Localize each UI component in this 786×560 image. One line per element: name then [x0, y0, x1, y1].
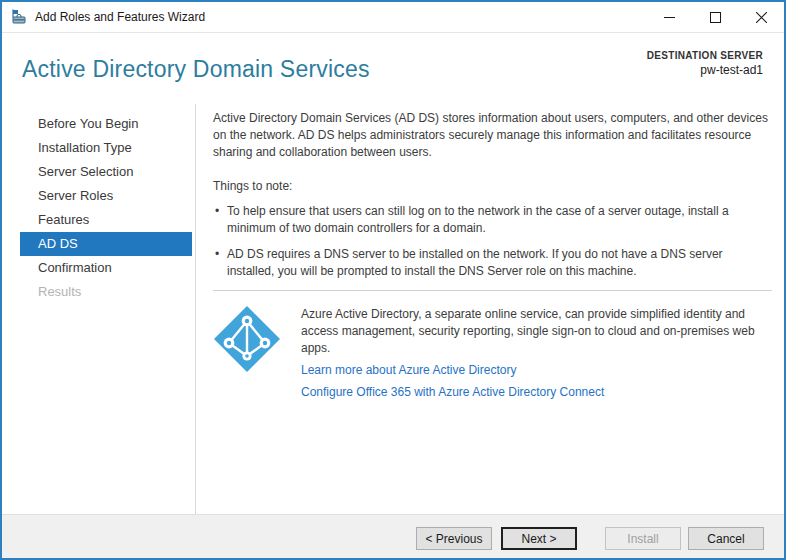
cancel-button[interactable]: Cancel: [688, 527, 764, 550]
server-manager-icon: [11, 9, 27, 25]
sidebar-item-confirmation[interactable]: Confirmation: [20, 256, 192, 280]
wizard-header: Active Directory Domain Services DESTINA…: [2, 34, 784, 102]
sidebar-item-server-selection[interactable]: Server Selection: [20, 160, 192, 184]
sidebar-content-divider: [195, 104, 196, 514]
maximize-icon[interactable]: [692, 2, 738, 33]
azure-ad-section: Azure Active Directory, a separate onlin…: [213, 305, 772, 406]
destination-server-label: DESTINATION SERVER: [647, 50, 763, 61]
intro-paragraph: Active Directory Domain Services (AD DS)…: [213, 110, 772, 161]
page-title: Active Directory Domain Services: [22, 56, 370, 83]
note-text: AD DS requires a DNS server to be instal…: [227, 246, 772, 280]
sidebar-item-server-roles[interactable]: Server Roles: [20, 184, 192, 208]
window-title: Add Roles and Features Wizard: [35, 2, 205, 33]
section-divider: [213, 290, 772, 291]
next-button[interactable]: Next >: [501, 527, 577, 550]
install-button[interactable]: Install: [605, 527, 681, 550]
wizard-page-content: Active Directory Domain Services (AD DS)…: [213, 110, 772, 406]
minimize-icon[interactable]: [646, 2, 692, 33]
list-item: • AD DS requires a DNS server to be inst…: [213, 246, 772, 280]
link-configure-office365-aad-connect[interactable]: Configure Office 365 with Azure Active D…: [301, 384, 604, 401]
wizard-window: Add Roles and Features Wizard Active Dir…: [0, 0, 786, 560]
link-learn-more-azure-ad[interactable]: Learn more about Azure Active Directory: [301, 362, 516, 379]
wizard-steps-nav: Before You Begin Installation Type Serve…: [20, 112, 192, 304]
previous-button[interactable]: < Previous: [416, 527, 492, 550]
sidebar-item-installation-type[interactable]: Installation Type: [20, 136, 192, 160]
list-item: • To help ensure that users can still lo…: [213, 203, 772, 237]
note-text: To help ensure that users can still log …: [227, 203, 772, 237]
close-icon[interactable]: [738, 2, 784, 33]
titlebar: Add Roles and Features Wizard: [2, 2, 784, 33]
azure-ad-text: Azure Active Directory, a separate onlin…: [301, 305, 772, 406]
sidebar-item-before-you-begin[interactable]: Before You Begin: [20, 112, 192, 136]
destination-server-block: DESTINATION SERVER pw-test-ad1: [647, 50, 763, 77]
notes-list: • To help ensure that users can still lo…: [213, 203, 772, 280]
wizard-footer: < Previous Next > Install Cancel: [2, 514, 784, 558]
caption-buttons: [646, 2, 784, 33]
things-to-note-label: Things to note:: [213, 178, 772, 195]
destination-server-name: pw-test-ad1: [647, 63, 763, 77]
sidebar-item-ad-ds[interactable]: AD DS: [20, 232, 192, 256]
bullet-glyph: •: [213, 203, 227, 237]
bullet-glyph: •: [213, 246, 227, 280]
azure-ad-description: Azure Active Directory, a separate onlin…: [301, 306, 772, 357]
sidebar-item-results: Results: [20, 280, 192, 304]
azure-active-directory-icon: [213, 305, 281, 373]
sidebar-item-features[interactable]: Features: [20, 208, 192, 232]
